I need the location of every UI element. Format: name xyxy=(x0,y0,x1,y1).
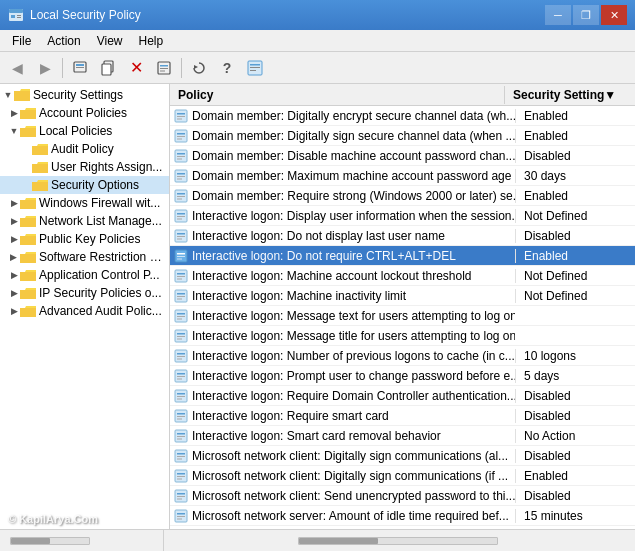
table-row[interactable]: Interactive logon: Require Domain Contro… xyxy=(170,386,635,406)
tree-public-key[interactable]: ▶ Public Key Policies xyxy=(0,230,169,248)
copy-button[interactable] xyxy=(95,56,121,80)
cell-policy: Domain member: Digitally sign secure cha… xyxy=(170,129,515,143)
help-button[interactable]: ? xyxy=(214,56,240,80)
table-row[interactable]: Microsoft network client: Send unencrypt… xyxy=(170,486,635,506)
svg-rect-85 xyxy=(177,436,185,437)
policy-icon-wrap xyxy=(174,509,188,523)
delete-button[interactable]: ✕ xyxy=(123,56,149,80)
tree-audit-policy[interactable]: Audit Policy xyxy=(0,140,169,158)
policy-icon-wrap xyxy=(174,369,188,383)
refresh-button[interactable] xyxy=(186,56,212,80)
restore-button[interactable]: ❐ xyxy=(573,5,599,25)
export-button[interactable] xyxy=(242,56,268,80)
menu-action[interactable]: Action xyxy=(39,32,88,50)
tree-software-restriction[interactable]: ▶ Software Restriction P... xyxy=(0,248,169,266)
svg-rect-80 xyxy=(177,413,185,415)
table-row[interactable]: Interactive logon: Machine inactivity li… xyxy=(170,286,635,306)
policy-text: Microsoft network client: Digitally sign… xyxy=(192,449,508,463)
svg-rect-38 xyxy=(177,198,182,199)
policy-icon-wrap xyxy=(174,229,188,243)
cell-policy: Interactive logon: Require Domain Contro… xyxy=(170,389,515,403)
up-button[interactable] xyxy=(67,56,93,80)
back-button[interactable]: ◀ xyxy=(4,56,30,80)
policy-icon-wrap xyxy=(174,429,188,443)
col-policy-header[interactable]: Policy xyxy=(170,86,505,104)
local-folder-icon xyxy=(20,124,36,138)
firewall-label: Windows Firewall wit... xyxy=(39,196,160,210)
table-row[interactable]: Interactive logon: Display user informat… xyxy=(170,206,635,226)
table-row[interactable]: Microsoft network client: Digitally sign… xyxy=(170,466,635,486)
menu-file[interactable]: File xyxy=(4,32,39,50)
forward-button[interactable]: ▶ xyxy=(32,56,58,80)
right-scrollbar[interactable] xyxy=(298,537,498,545)
col-setting-header[interactable]: Security Setting▼ xyxy=(505,86,625,104)
main-content: ▼ Security Settings ▶ Account Policies ▼ xyxy=(0,84,635,529)
table-row[interactable]: Domain member: Disable machine account p… xyxy=(170,146,635,166)
adv-audit-folder-icon xyxy=(20,304,36,318)
cell-policy: Microsoft network client: Digitally sign… xyxy=(170,469,515,483)
close-button[interactable]: ✕ xyxy=(601,5,627,25)
security-options-folder-icon xyxy=(32,178,48,192)
table-row[interactable]: Interactive logon: Do not display last u… xyxy=(170,226,635,246)
tree-local-policies[interactable]: ▼ Local Policies xyxy=(0,122,169,140)
minimize-button[interactable]: ─ xyxy=(545,5,571,25)
cell-setting: Enabled xyxy=(515,189,635,203)
menu-view[interactable]: View xyxy=(89,32,131,50)
svg-rect-30 xyxy=(177,158,182,159)
tree-app-control[interactable]: ▶ Application Control P... xyxy=(0,266,169,284)
policy-icon xyxy=(174,349,188,363)
table-row[interactable]: Domain member: Digitally sign secure cha… xyxy=(170,126,635,146)
policy-text: Interactive logon: Machine account locko… xyxy=(192,269,472,283)
tree-network-list[interactable]: ▶ Network List Manage... xyxy=(0,212,169,230)
svg-rect-96 xyxy=(177,493,185,495)
table-row[interactable]: Interactive logon: Message text for user… xyxy=(170,306,635,326)
cell-setting: Enabled xyxy=(515,249,635,263)
tree-security-options[interactable]: Security Options xyxy=(0,176,169,194)
svg-rect-49 xyxy=(177,256,185,257)
pubkey-folder-icon xyxy=(20,232,36,246)
table-row[interactable]: Domain member: Maximum machine account p… xyxy=(170,166,635,186)
svg-rect-25 xyxy=(177,136,185,137)
table-row[interactable]: Interactive logon: Machine account locko… xyxy=(170,266,635,286)
svg-rect-7 xyxy=(76,67,84,68)
policy-icon-wrap xyxy=(174,109,188,123)
policy-text: Microsoft network client: Send unencrypt… xyxy=(192,489,515,503)
properties-button[interactable] xyxy=(151,56,177,80)
tree-root[interactable]: ▼ Security Settings xyxy=(0,86,169,104)
table-row[interactable]: Microsoft network client: Digitally sign… xyxy=(170,446,635,466)
refresh-icon xyxy=(191,60,207,76)
cell-policy: Interactive logon: Message text for user… xyxy=(170,309,515,323)
svg-rect-22 xyxy=(177,118,182,119)
table-row[interactable]: Interactive logon: Prompt user to change… xyxy=(170,366,635,386)
properties-icon xyxy=(156,60,172,76)
svg-rect-42 xyxy=(177,218,182,219)
toolbar-separator-1 xyxy=(62,58,63,78)
table-row[interactable]: Interactive logon: Require smart card Di… xyxy=(170,406,635,426)
tree-user-rights[interactable]: User Rights Assign... xyxy=(0,158,169,176)
menu-help[interactable]: Help xyxy=(131,32,172,50)
table-row[interactable]: Interactive logon: Do not require CTRL+A… xyxy=(170,246,635,266)
table-row[interactable]: Domain member: Digitally encrypt secure … xyxy=(170,106,635,126)
table-row[interactable]: Interactive logon: Smart card removal be… xyxy=(170,426,635,446)
cell-policy: Interactive logon: Do not display last u… xyxy=(170,229,515,243)
cell-setting: Not Defined xyxy=(515,289,635,303)
tree-account-policies[interactable]: ▶ Account Policies xyxy=(0,104,169,122)
tree-ip-security[interactable]: ▶ IP Security Policies o... xyxy=(0,284,169,302)
policy-icon xyxy=(174,209,188,223)
export-icon xyxy=(247,60,263,76)
tree-windows-firewall[interactable]: ▶ Windows Firewall wit... xyxy=(0,194,169,212)
left-scrollbar[interactable] xyxy=(10,537,90,545)
table-row[interactable]: Domain member: Require strong (Windows 2… xyxy=(170,186,635,206)
policy-icon-wrap xyxy=(174,329,188,343)
policy-icon xyxy=(174,489,188,503)
adv-audit-label: Advanced Audit Polic... xyxy=(39,304,162,318)
cell-policy: Interactive logon: Do not require CTRL+A… xyxy=(170,249,515,263)
policy-text: Microsoft network client: Digitally sign… xyxy=(192,469,508,483)
table-row[interactable]: Interactive logon: Number of previous lo… xyxy=(170,346,635,366)
table-row[interactable]: Interactive logon: Message title for use… xyxy=(170,326,635,346)
table-row[interactable]: Microsoft network server: Amount of idle… xyxy=(170,506,635,526)
policy-icon xyxy=(174,109,188,123)
local-policies-label: Local Policies xyxy=(39,124,112,138)
svg-rect-57 xyxy=(177,296,185,297)
tree-advanced-audit[interactable]: ▶ Advanced Audit Polic... xyxy=(0,302,169,320)
